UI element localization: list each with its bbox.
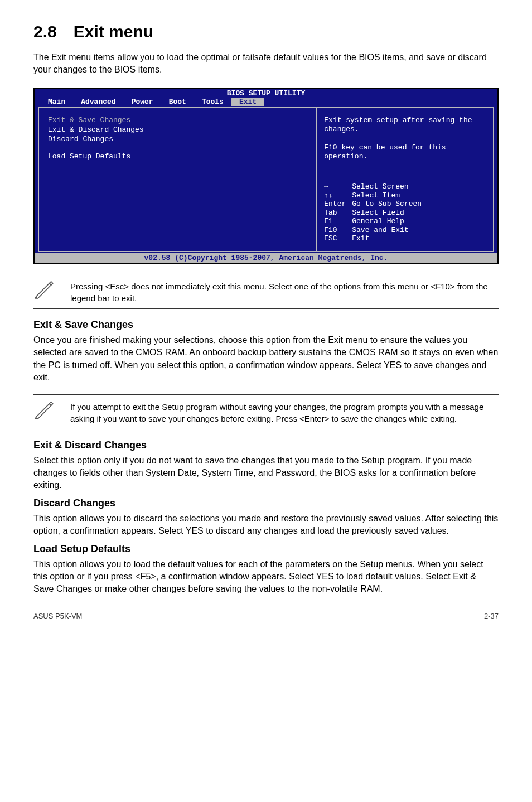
bios-item-discard[interactable]: Discard Changes xyxy=(48,135,307,143)
bios-help-text: Exit system setup after saving the chang… xyxy=(324,116,486,161)
bios-menu-main[interactable]: Main xyxy=(40,98,73,106)
pencil-note-icon xyxy=(33,399,55,423)
nav-key-f1: F1 xyxy=(324,217,352,226)
nav-key-select-item: ↑↓ xyxy=(324,191,352,200)
page-title: 2.8 Exit menu xyxy=(33,22,499,41)
nav-key-select-screen: ↔ xyxy=(324,182,352,191)
bios-body: Exit & Save Changes Exit & Discard Chang… xyxy=(38,107,494,252)
footer-left: ASUS P5K-VM xyxy=(33,612,82,620)
intro-paragraph: The Exit menu items allow you to load th… xyxy=(33,51,499,76)
note-text: If you attempt to exit the Setup program… xyxy=(70,399,499,424)
note-esc: Pressing <Esc> does not immediately exit… xyxy=(33,274,499,309)
section-load-defaults-body: This option allows you to load the defau… xyxy=(33,558,499,596)
section-exit-save: Exit & Save Changes xyxy=(33,319,499,331)
nav-desc: Select Item xyxy=(352,191,400,200)
bios-window: BIOS SETUP UTILITY Main Advanced Power B… xyxy=(33,88,499,264)
bios-menu-advanced[interactable]: Advanced xyxy=(73,98,123,106)
bios-menu-tools[interactable]: Tools xyxy=(194,98,231,106)
bios-item-gap xyxy=(48,144,307,151)
bios-item-exit-discard[interactable]: Exit & Discard Changes xyxy=(48,125,307,134)
note-exit-without-save: If you attempt to exit the Setup program… xyxy=(33,394,499,429)
nav-desc: Save and Exit xyxy=(352,226,408,235)
bios-menu-exit[interactable]: Exit xyxy=(231,98,264,106)
nav-key-esc: ESC xyxy=(324,234,352,243)
nav-key-f10: F10 xyxy=(324,226,352,235)
section-exit-discard-body: Select this option only if you do not wa… xyxy=(33,455,499,492)
note-text: Pressing <Esc> does not immediately exit… xyxy=(70,279,499,304)
section-discard-body: This option allows you to discard the se… xyxy=(33,513,499,538)
bios-menu-boot[interactable]: Boot xyxy=(161,98,194,106)
bios-menu-power[interactable]: Power xyxy=(124,98,161,106)
nav-desc: Select Field xyxy=(352,209,404,218)
nav-desc: Exit xyxy=(352,234,369,243)
nav-desc: General Help xyxy=(352,217,404,226)
bios-title: BIOS SETUP UTILITY xyxy=(35,89,497,98)
bios-item-exit-save[interactable]: Exit & Save Changes xyxy=(48,116,307,124)
nav-key-enter: Enter xyxy=(324,200,352,209)
footer-right: 2-37 xyxy=(484,612,499,620)
bios-left-pane: Exit & Save Changes Exit & Discard Chang… xyxy=(39,108,317,251)
pencil-note-icon xyxy=(33,279,55,302)
bios-footer: v02.58 (C)Copyright 1985-2007, American … xyxy=(35,253,497,263)
section-exit-save-body: Once you are finished making your select… xyxy=(33,334,499,384)
bios-item-load-defaults[interactable]: Load Setup Defaults xyxy=(48,152,307,161)
bios-menubar: Main Advanced Power Boot Tools Exit xyxy=(35,98,497,107)
nav-key-tab: Tab xyxy=(324,209,352,218)
section-exit-discard: Exit & Discard Changes xyxy=(33,439,499,451)
bios-right-pane: Exit system setup after saving the chang… xyxy=(317,108,493,251)
nav-desc: Go to Sub Screen xyxy=(352,200,422,209)
page-footer: ASUS P5K-VM 2-37 xyxy=(33,608,499,620)
nav-desc: Select Screen xyxy=(352,182,408,191)
bios-nav-help: ↔Select Screen ↑↓Select Item EnterGo to … xyxy=(324,182,486,243)
section-load-defaults: Load Setup Defaults xyxy=(33,543,499,555)
section-discard: Discard Changes xyxy=(33,497,499,509)
